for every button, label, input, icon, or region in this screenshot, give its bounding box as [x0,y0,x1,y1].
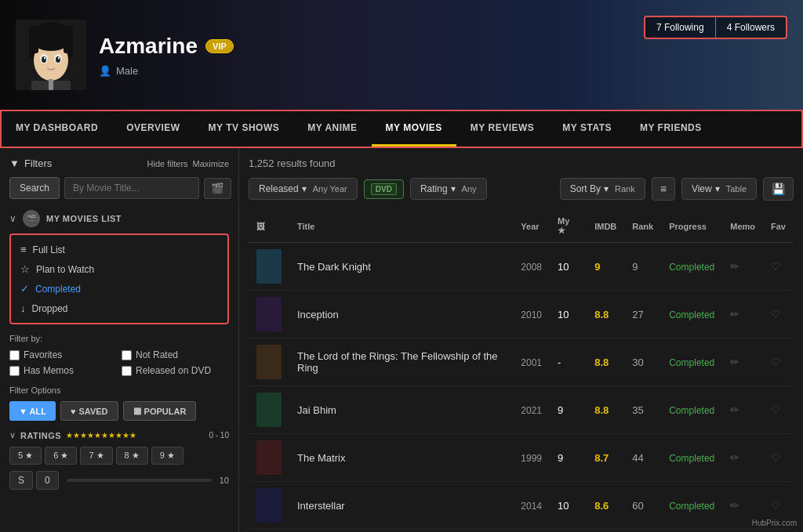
nav-overview[interactable]: OVERVIEW [112,111,194,147]
released-filter-btn[interactable]: Released ▾ Any Year [249,178,358,200]
col-my-rating: My ★ [550,210,587,243]
cell-fav[interactable]: ♡ [763,243,794,291]
star-filter-5[interactable]: 5 ★ [9,447,42,465]
fav-icon[interactable]: ♡ [771,260,781,273]
cell-progress: Completed [661,243,722,291]
view-btn[interactable]: View ▾ Table [681,178,757,200]
fav-icon[interactable]: ♡ [771,499,781,512]
star-filter-7[interactable]: 7 ★ [80,447,112,465]
col-title: Title [289,210,513,243]
memo-icon[interactable]: ✏ [730,356,739,368]
cell-fav[interactable]: ♡ [763,291,794,338]
memo-icon[interactable]: ✏ [730,499,739,512]
nav-anime[interactable]: MY ANIME [293,111,371,147]
star-filter-row: 5 ★ 6 ★ 7 ★ 8 ★ 9 ★ [9,447,229,465]
cell-thumb [249,530,289,533]
svg-point-12 [58,57,60,60]
search-input[interactable] [64,177,199,199]
rank-value: 44 [632,452,643,464]
has-memos-checkbox[interactable]: Has Memos [9,365,117,376]
save-view-btn[interactable]: 💾 [763,177,794,201]
memo-icon[interactable]: ✏ [730,451,739,464]
cell-year: 2010 [513,291,550,338]
cell-fav[interactable]: ♡ [763,338,794,386]
nav-reviews[interactable]: MY REVIEWS [456,111,548,147]
nav-friends[interactable]: MY FRIENDS [626,111,716,147]
dvd-filter-btn[interactable]: DVD [364,179,404,199]
table-header-row: 🖼 Title Year My ★ IMDB Rank Progress Mem… [249,210,794,243]
maximize-btn[interactable]: Maximize [193,159,229,168]
score-slider[interactable] [67,479,212,482]
cell-fav[interactable]: ♡ [763,434,794,482]
fav-icon[interactable]: ♡ [771,356,781,368]
movie-thumbnail [256,440,282,475]
cell-memo[interactable]: ✏ [722,243,763,291]
released-dvd-label: Released on DVD [136,365,211,376]
list-item-completed[interactable]: ✓ Completed [11,279,227,299]
nav-dashboard[interactable]: MY DASHBOARD [2,111,112,147]
memo-icon[interactable]: ✏ [730,308,739,320]
sort-order-btn[interactable]: ≡ [652,177,675,201]
not-rated-checkbox[interactable]: Not Rated [122,349,229,360]
cell-memo[interactable]: ✏ [722,386,763,434]
movie-year: 2008 [521,262,542,273]
nav-stats[interactable]: MY STATS [548,111,626,147]
my-movies-list-header[interactable]: ∨ 🎬 MY MOVIES LIST [9,210,229,227]
table-row: The Matrix 1999 9 8.7 44 Completed ✏ ♡ [249,434,794,482]
cell-memo[interactable]: ✏ [722,434,763,482]
imdb-rating-value: 8.7 [594,452,609,464]
my-rating-value: 9 [558,452,563,464]
cell-thumb [249,291,289,338]
cell-rank: 44 [624,434,661,482]
list-item-dropped[interactable]: ↓ Dropped [11,299,227,318]
fav-icon[interactable]: ♡ [771,308,781,320]
star-filter-8[interactable]: 8 ★ [116,447,148,465]
following-button[interactable]: 7 Following [645,17,716,38]
view-value: Table [726,184,747,194]
memo-icon[interactable]: ✏ [730,404,739,416]
search-camera-button[interactable]: 🎬 [204,178,231,199]
imdb-rating-value: 8.8 [594,309,609,320]
nav-bar: MY DASHBOARD OVERVIEW MY TV SHOWS MY ANI… [0,110,803,148]
cell-fav[interactable]: ♡ [763,530,794,533]
rating-filter-btn[interactable]: Rating ▾ Any [410,178,487,200]
search-button[interactable]: Search [9,177,60,199]
rank-value: 60 [632,500,643,512]
cell-memo[interactable]: ✏ [722,338,763,386]
cell-memo[interactable]: ✏ [722,530,763,533]
released-dvd-checkbox-input[interactable] [122,366,132,376]
released-dvd-checkbox[interactable]: Released on DVD [122,365,229,376]
saved-filter-button[interactable]: ♥ SAVED [60,401,118,421]
cell-fav[interactable]: ♡ [763,386,794,434]
nav-movies[interactable]: MY MOVIES [372,111,456,147]
sort-by-btn[interactable]: Sort By ▾ Rank [560,178,645,200]
popular-filter-button[interactable]: ▦ POPULAR [123,401,197,421]
cell-rank: 60 [624,482,661,530]
followers-button[interactable]: 4 Followers [716,17,786,38]
movie-thumbnail [256,297,282,331]
rating-value: Any [462,184,477,194]
svg-point-9 [42,56,46,63]
ratings-header[interactable]: ∨ RATINGS ★★★★★★★★★★ 0 - 10 [9,430,229,440]
hide-filters-btn[interactable]: Hide filters [147,159,188,168]
fav-icon[interactable]: ♡ [771,404,781,416]
main-layout: ▼ Filters Hide filters Maximize Search 🎬… [0,148,803,532]
cell-my-rating: - [550,338,587,386]
list-item-plan[interactable]: ☆ Plan to Watch [11,259,227,279]
list-item-full[interactable]: ≡ Full List [11,240,227,259]
released-value: Any Year [313,184,347,194]
all-filter-button[interactable]: ▼ ALL [9,401,56,421]
favorites-checkbox-input[interactable] [9,350,20,360]
svg-rect-5 [29,26,38,53]
star-filter-6[interactable]: 6 ★ [45,447,77,465]
has-memos-checkbox-input[interactable] [9,366,20,376]
fav-icon[interactable]: ♡ [771,451,781,464]
rank-value: 27 [632,309,643,320]
favorites-checkbox[interactable]: Favorites [9,349,117,360]
follow-section[interactable]: 7 Following 4 Followers [644,16,787,39]
not-rated-checkbox-input[interactable] [122,350,132,360]
star-filter-9[interactable]: 9 ★ [151,447,183,465]
memo-icon[interactable]: ✏ [730,260,739,273]
nav-tv-shows[interactable]: MY TV SHOWS [194,111,294,147]
cell-memo[interactable]: ✏ [722,291,763,338]
